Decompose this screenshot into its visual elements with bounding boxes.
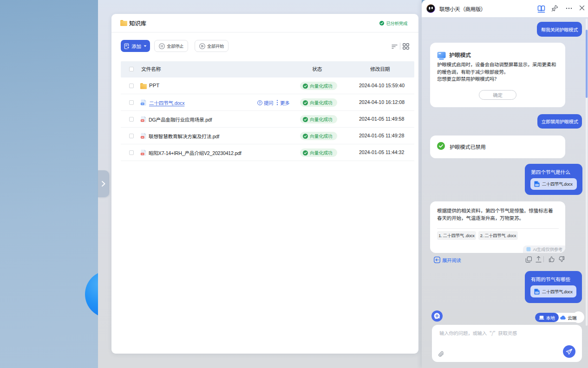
svg-text:DOC: DOC [535,291,539,293]
svg-text:DOC: DOC [535,184,539,186]
